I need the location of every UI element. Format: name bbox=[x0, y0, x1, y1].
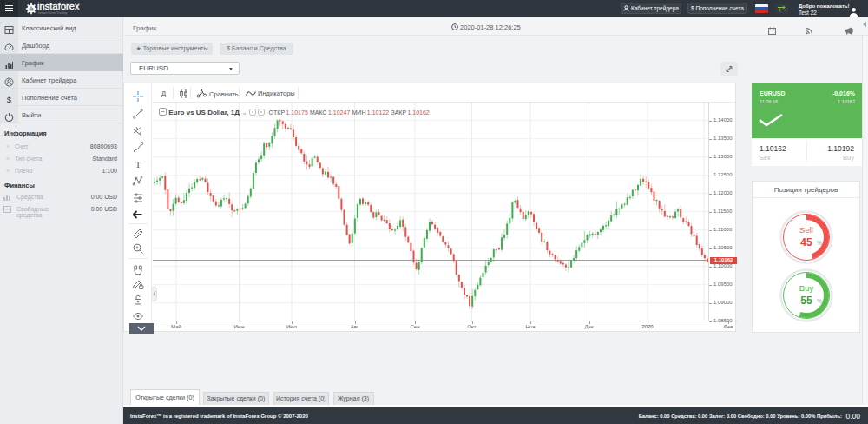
svg-text:%: % bbox=[817, 298, 822, 304]
svg-text:T: T bbox=[135, 159, 141, 169]
svg-text:%: % bbox=[817, 240, 822, 246]
svg-text:55: 55 bbox=[800, 295, 812, 307]
svg-text:Buy: Buy bbox=[799, 283, 814, 293]
svg-text:45: 45 bbox=[800, 236, 812, 248]
svg-text:$: $ bbox=[7, 95, 12, 104]
svg-text:Sell: Sell bbox=[799, 225, 813, 235]
